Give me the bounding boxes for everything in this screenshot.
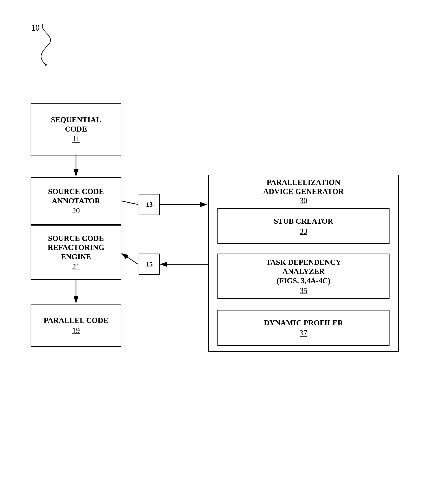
- task-dependency-number: 35: [300, 286, 307, 295]
- source-code-refactoring-label: SOURCE CODEREFACTORINGENGINE: [48, 234, 104, 261]
- stub-creator-label: STUB CREATOR: [274, 216, 333, 225]
- source-code-annotator-label: SOURCE CODEANNOTATOR: [48, 187, 104, 205]
- parallel-code-number: 19: [72, 326, 80, 335]
- svg-line-6: [122, 253, 138, 264]
- dynamic-profiler-label: DYNAMIC PROFILER: [264, 318, 343, 327]
- svg-marker-0: [44, 63, 47, 66]
- stub-creator-box: STUB CREATOR 33: [217, 208, 390, 244]
- task-dependency-box: TASK DEPENDENCYANALYZER(FIGS. 3,4A-4C) 3…: [217, 253, 390, 299]
- parallel-code-label: PARALLEL CODE: [44, 316, 108, 325]
- dynamic-profiler-number: 37: [300, 328, 307, 337]
- task-dependency-label: TASK DEPENDENCYANALYZER(FIGS. 3,4A-4C): [266, 258, 341, 285]
- connector-15-box: 15: [139, 253, 160, 275]
- source-code-annotator-box: SOURCE CODEANNOTATOR 20: [31, 177, 121, 225]
- svg-line-4: [121, 201, 138, 205]
- ref-label-10: 10: [31, 23, 40, 33]
- dynamic-profiler-box: DYNAMIC PROFILER 37: [217, 310, 390, 346]
- stub-creator-number: 33: [300, 227, 307, 236]
- parallel-code-box: PARALLEL CODE 19: [31, 304, 121, 347]
- connector-15-label: 15: [146, 261, 153, 268]
- sequential-code-box: SEQUENTIALCODE 11: [31, 103, 121, 155]
- connector-13-label: 13: [146, 201, 153, 208]
- pag-title: PARALLELIZATIONADVICE GENERATOR: [209, 175, 398, 196]
- connector-13-box: 13: [139, 194, 160, 215]
- pag-number: 30: [209, 196, 398, 205]
- sequential-code-label: SEQUENTIALCODE: [51, 115, 101, 134]
- source-code-refactoring-number: 21: [72, 262, 80, 271]
- diagram: 10 SEQUENTIALCODE 11 SOURCE CODEANNOTATO…: [0, 0, 433, 504]
- sequential-code-number: 11: [72, 135, 80, 143]
- source-code-annotator-number: 20: [72, 206, 80, 215]
- source-code-refactoring-box: SOURCE CODEREFACTORINGENGINE 21: [31, 225, 121, 280]
